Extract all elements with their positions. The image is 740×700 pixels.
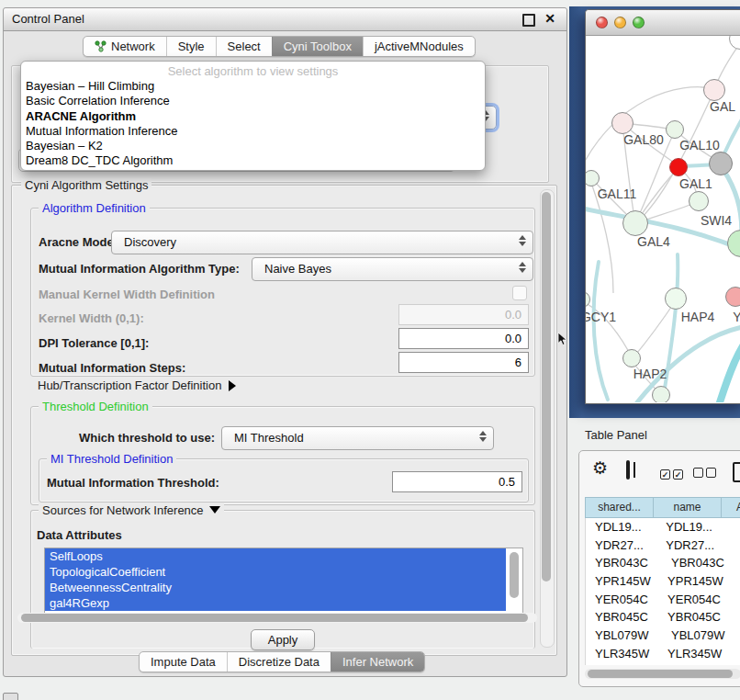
aracne-mode-label: Aracne Mode: [39, 235, 118, 249]
table-horizontal-scrollbar[interactable] [585, 669, 740, 679]
tab-impute-data[interactable]: Impute Data [140, 652, 227, 672]
mi-steps-label: Mutual Information Steps: [39, 361, 185, 375]
table-row[interactable]: YDR27...YDR27...12 [586, 536, 740, 555]
manual-kernel-checkbox[interactable] [512, 286, 527, 300]
algorithm-option-bayesian-hill-climbing[interactable]: Bayesian – Hill Climbing [21, 79, 485, 94]
network-node-hap4[interactable] [665, 288, 687, 310]
mi-threshold-field[interactable]: 0.5 [392, 471, 522, 492]
algorithm-popup-hint: Select algorithm to view settings [21, 63, 485, 79]
network-node-y[interactable] [725, 287, 740, 307]
tab-style[interactable]: Style [166, 37, 216, 56]
dpi-tolerance-label: DPI Tolerance [0,1]: [39, 336, 149, 350]
tab-discretize-data[interactable]: Discretize Data [227, 652, 331, 672]
mi-steps-field[interactable]: 6 [398, 352, 529, 373]
table-row[interactable]: YBR043CYBR043C [586, 554, 740, 572]
node-label-y: Y [733, 310, 740, 324]
mi-type-combo[interactable]: Naive Bayes [252, 257, 533, 281]
network-node[interactable] [669, 158, 688, 176]
network-window[interactable]: GALGAL80GAL10GAL1SWI4GAL11GAL4GCY1HAP4YH… [585, 9, 740, 404]
control-panel-titlebar[interactable]: Control Panel ✕ [4, 8, 566, 31]
table-body[interactable]: YDL19...YDL19...13YDR27...YDR27...12YBR0… [585, 518, 740, 665]
network-node[interactable] [709, 152, 733, 175]
list-scrollbar[interactable] [509, 550, 520, 611]
network-canvas[interactable]: GALGAL80GAL10GAL1SWI4GAL11GAL4GCY1HAP4YH… [586, 36, 740, 402]
kernel-width-field[interactable]: 0.0 [398, 304, 529, 325]
manual-kernel-label: Manual Kernel Width Definition [39, 288, 215, 301]
network-node[interactable] [652, 386, 670, 402]
network-node-gal10[interactable] [666, 120, 684, 139]
table-cell: YBL079W [586, 627, 662, 645]
network-icon [95, 40, 107, 52]
settings-horizontal-scrollbar[interactable] [17, 613, 537, 623]
float-icon[interactable] [522, 14, 535, 27]
column-header-shared[interactable]: shared... [586, 498, 654, 517]
table-row[interactable]: YBL079WYBL079W [586, 627, 740, 645]
kernel-width-label: Kernel Width (0,1): [39, 311, 144, 325]
gear-icon[interactable]: ⚙ [592, 459, 608, 478]
deselect-all-rows-icon[interactable] [693, 465, 716, 481]
zoom-traffic-light[interactable] [633, 17, 645, 28]
close-traffic-light[interactable] [596, 17, 608, 28]
tab-label: Network [111, 40, 155, 53]
bottom-tabbar: Impute DataDiscretize DataInfer Network [139, 651, 425, 672]
table-row[interactable]: YER054CYER054C8. [586, 591, 740, 609]
node-label-gal80: GAL80 [623, 132, 664, 147]
table-row[interactable]: YIL052CYIL052C9. [586, 663, 740, 666]
table-cell: 9. [731, 663, 740, 666]
document-icon[interactable] [733, 462, 740, 482]
tab-select[interactable]: Select [216, 37, 272, 56]
table-row[interactable]: YLR345WYLR345W9. [586, 645, 740, 663]
network-node-gal4[interactable] [622, 210, 648, 236]
aracne-mode-combo[interactable]: Discovery [111, 231, 533, 254]
columns-icon[interactable] [626, 460, 630, 480]
network-node-gal1[interactable] [689, 191, 709, 211]
attribute-item-selfloops[interactable]: SelfLoops [45, 548, 506, 564]
table-row[interactable]: YPR145WYPR145W9. [586, 572, 740, 591]
column-header-name[interactable]: name [654, 498, 722, 517]
algorithm-definition-title: Algorithm Definition [39, 201, 150, 215]
attribute-item-betweennesscentrality[interactable]: BetweennessCentrality [45, 580, 506, 595]
table-cell: YBR043C [586, 554, 662, 572]
node-label-gal: GAL [710, 99, 735, 114]
tab-label: Cyni Toolbox [284, 40, 352, 53]
apply-button-label: Apply [268, 633, 298, 647]
tab-network[interactable]: Network [84, 37, 166, 56]
mi-type-value: Naive Bayes [264, 258, 331, 280]
dpi-tolerance-field[interactable]: 0.0 [398, 328, 529, 349]
select-all-rows-icon[interactable]: ✓✓ [660, 465, 683, 481]
tab-cyni-toolbox[interactable]: Cyni Toolbox [272, 37, 363, 56]
close-icon[interactable]: ✕ [544, 11, 555, 26]
table-row[interactable]: YDL19...YDL19...13 [586, 518, 740, 536]
algorithm-option-mutual-information-inference[interactable]: Mutual Information Inference [21, 124, 485, 139]
network-node-gal80[interactable] [611, 112, 633, 134]
hub-definition-toggle[interactable]: Hub/Transcription Factor Definition [38, 378, 236, 392]
which-threshold-combo[interactable]: MI Threshold [221, 426, 494, 450]
attribute-item-gal4rgexp[interactable]: gal4RGexp [45, 595, 506, 611]
table-header-row[interactable]: shared... name A [585, 497, 740, 518]
tab-jactivemnodules[interactable]: jActiveMNodules [363, 37, 475, 56]
mi-threshold-group-title: MI Threshold Definition [47, 452, 176, 466]
combo-stepper-icon [479, 431, 487, 442]
attribute-item-topologicalcoefficient[interactable]: TopologicalCoefficient [45, 564, 506, 580]
table-cell: YDR27... [586, 536, 656, 555]
settings-vertical-scrollbar[interactable] [540, 189, 555, 648]
mi-steps-value: 6 [515, 356, 521, 369]
data-attributes-list[interactable]: SelfLoopsTopologicalCoefficientBetweenne… [44, 548, 523, 615]
table-row[interactable]: YBR045CYBR045C9. [586, 608, 740, 627]
sources-title: Sources for Network Inference [39, 503, 224, 517]
network-window-titlebar[interactable] [586, 10, 740, 36]
algorithm-option-dream8-dc-tdc-algorithm[interactable]: Dream8 DC_TDC Algorithm [21, 153, 485, 168]
network-node-gal[interactable] [703, 79, 725, 101]
table-panel-title: Table Panel [585, 428, 647, 442]
corner-widget[interactable] [3, 693, 18, 700]
network-node-hap2[interactable] [622, 349, 641, 367]
minimize-traffic-light[interactable] [614, 17, 626, 28]
algorithm-option-basic-correlation-inference[interactable]: Basic Correlation Inference [21, 94, 485, 108]
algorithm-option-aracne-algorithm[interactable]: ARACNE Algorithm [21, 109, 485, 124]
column-header-extra[interactable]: A [722, 498, 740, 517]
apply-button[interactable]: Apply [251, 629, 315, 650]
algorithm-option-bayesian-k2[interactable]: Bayesian – K2 [21, 139, 485, 153]
algorithm-popup-items: Bayesian – Hill ClimbingBasic Correlatio… [21, 79, 485, 169]
table-cell: YPR145W [658, 572, 731, 591]
tab-infer-network[interactable]: Infer Network [331, 652, 424, 672]
